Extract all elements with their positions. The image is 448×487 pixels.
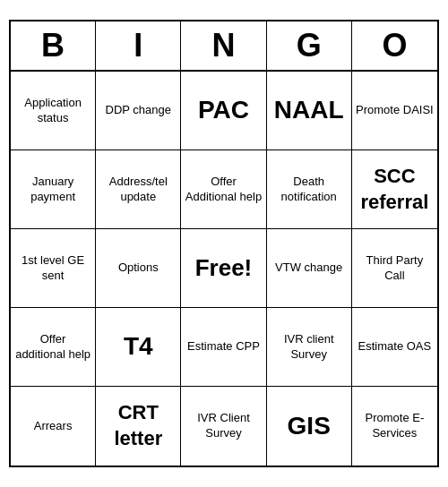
header-letter: G (267, 21, 352, 70)
bingo-cell: VTW change (267, 229, 352, 308)
bingo-cell: DDP change (96, 72, 181, 150)
header-letter: N (181, 21, 266, 70)
bingo-cell: Address/tel update (96, 150, 181, 229)
header-letter: I (96, 21, 181, 70)
bingo-cell: 1st level GE sent (11, 229, 96, 308)
bingo-cell: Promote E-Services (352, 387, 437, 466)
bingo-card: BINGO Application statusDDP changePACNAA… (9, 20, 439, 467)
bingo-cell: PAC (181, 72, 266, 150)
bingo-header: BINGO (11, 21, 437, 72)
bingo-cell: IVR client Survey (267, 308, 352, 387)
bingo-cell: Free! (181, 229, 266, 308)
bingo-cell: IVR Client Survey (181, 387, 266, 466)
header-letter: B (11, 21, 96, 70)
bingo-cell: Application status (11, 72, 96, 150)
bingo-cell: Estimate CPP (181, 308, 266, 387)
bingo-cell: January payment (11, 150, 96, 229)
bingo-cell: NAAL (267, 72, 352, 150)
header-letter: O (352, 21, 437, 70)
bingo-cell: CRT letter (96, 387, 181, 466)
bingo-grid: Application statusDDP changePACNAALPromo… (11, 72, 437, 466)
bingo-cell: Options (96, 229, 181, 308)
bingo-cell: T4 (96, 308, 181, 387)
bingo-cell: Offer Additional help (181, 150, 266, 229)
bingo-cell: Offer additional help (11, 308, 96, 387)
bingo-cell: Death notification (267, 150, 352, 229)
bingo-cell: Third Party Call (352, 229, 437, 308)
bingo-cell: Promote DAISI (352, 72, 437, 150)
bingo-cell: GIS (267, 387, 352, 466)
bingo-cell: Arrears (11, 387, 96, 466)
bingo-cell: Estimate OAS (352, 308, 437, 387)
bingo-cell: SCC referral (352, 150, 437, 229)
